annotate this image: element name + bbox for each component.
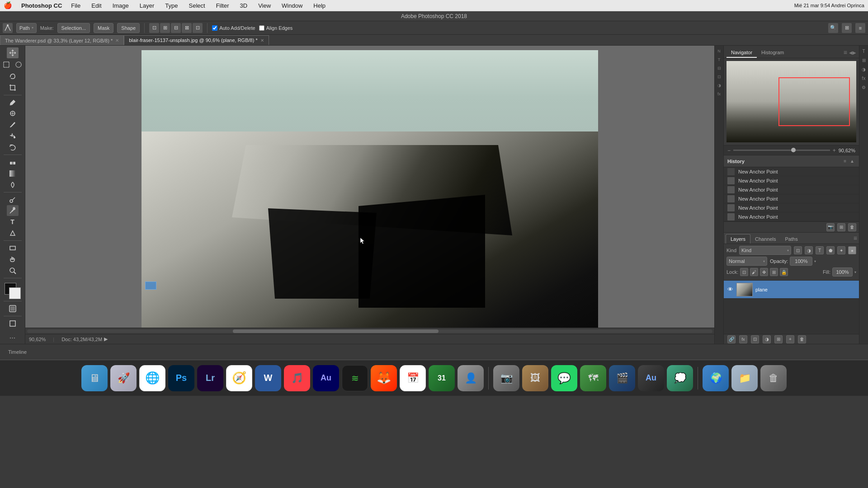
side-icon-1[interactable]: T <box>860 47 868 55</box>
mask-button[interactable]: Mask <box>94 23 113 33</box>
rectangular-marquee-tool[interactable] <box>0 59 12 70</box>
brush-tool[interactable] <box>7 119 19 130</box>
canvas-area[interactable]: RBCO.CN RBCO.CN RBCO.CN <box>25 46 714 344</box>
lock-move-icon[interactable]: ✥ <box>760 268 768 276</box>
menu-filter[interactable]: Filter <box>214 2 231 9</box>
tab-paths[interactable]: Paths <box>781 235 802 244</box>
layer-mask-button[interactable]: ⊡ <box>751 335 759 343</box>
side-icon-5[interactable]: ⚙ <box>860 84 868 91</box>
side-icon-4[interactable]: fx <box>860 75 868 82</box>
background-color[interactable] <box>9 287 21 299</box>
zoom-slider-thumb[interactable] <box>791 148 796 152</box>
history-brush-tool[interactable] <box>7 142 19 153</box>
pen-tool-icon[interactable] <box>3 23 13 33</box>
menu-image[interactable]: Image <box>111 2 131 9</box>
hscroll-thumb[interactable] <box>233 329 439 333</box>
panel-collapse-icon[interactable]: ◀▶ <box>849 50 856 55</box>
dodge-tool[interactable] <box>7 194 19 205</box>
dock-maps[interactable]: 🗺 <box>580 365 606 391</box>
panel-icon-navigator[interactable]: N <box>716 47 723 55</box>
dock-contacts[interactable]: 👤 <box>458 365 484 391</box>
history-item-3[interactable]: New Anchor Point <box>724 194 859 203</box>
dock-messages[interactable]: 💭 <box>667 365 693 391</box>
dock-firefox[interactable]: 🦊 <box>371 365 397 391</box>
dock-safari[interactable]: 🧭 <box>226 365 252 391</box>
dock-calendar[interactable]: 📅 <box>400 365 426 391</box>
panel-icon-styles[interactable]: fx <box>716 90 723 98</box>
dock-photoshop[interactable]: Ps <box>168 365 194 391</box>
move-tool[interactable] <box>7 47 19 58</box>
path-op-subtract[interactable]: ⊟ <box>171 23 181 33</box>
dock-numbers[interactable]: 31 <box>429 365 455 391</box>
menu-view[interactable]: View <box>256 2 273 9</box>
history-collapse-icon[interactable]: ▲ <box>849 158 855 164</box>
dock-chrome[interactable]: 🌐 <box>139 365 165 391</box>
filter-pixel-icon[interactable]: ⊡ <box>794 246 802 254</box>
path-mode-dropdown[interactable]: Path ▾ <box>16 23 37 33</box>
doc-info-arrow[interactable]: ▶ <box>104 336 108 342</box>
kind-filter-dropdown[interactable]: Kind ▾ <box>739 246 791 255</box>
dock-appstore[interactable]: 🌍 <box>703 365 729 391</box>
layer-fx-button[interactable]: fx <box>739 335 747 343</box>
lock-all-icon[interactable]: 🔒 <box>780 268 788 276</box>
elliptical-marquee-tool[interactable] <box>13 59 24 70</box>
zoom-slider[interactable] <box>733 150 830 151</box>
dock-word[interactable]: W <box>255 365 281 391</box>
nav-viewport-rect[interactable] <box>778 77 850 126</box>
panel-icon-properties[interactable]: ⊡ <box>716 73 723 80</box>
panel-icon-adjust[interactable]: ◑ <box>716 82 723 89</box>
dock-waveform[interactable]: ≋ <box>342 365 368 391</box>
zoom-in-icon[interactable]: + <box>833 147 836 154</box>
timeline-tab[interactable]: Timeline <box>5 347 30 357</box>
tab-navigator[interactable]: Navigator <box>726 48 757 58</box>
pen-tool[interactable] <box>7 205 19 216</box>
eraser-tool[interactable] <box>7 157 19 168</box>
dock-audition[interactable]: Au <box>313 365 339 391</box>
extra-tools-button[interactable]: ··· <box>7 332 19 344</box>
path-op-intersect[interactable]: ⊠ <box>182 23 192 33</box>
layer-adjustment-button[interactable]: ◑ <box>763 335 771 343</box>
dock-finder2[interactable]: 📁 <box>731 365 758 391</box>
navigator-preview[interactable] <box>726 61 856 142</box>
dock-logic[interactable]: Au <box>638 365 664 391</box>
filter-smart-icon[interactable]: ✦ <box>837 246 845 254</box>
path-selection-tool[interactable] <box>7 228 19 239</box>
screen-mode-tool[interactable] <box>7 318 19 329</box>
hscroll-track[interactable] <box>27 329 712 333</box>
dock-lightroom[interactable]: Lr <box>197 365 223 391</box>
menu-layer[interactable]: Layer <box>138 2 156 9</box>
lock-paint-icon[interactable]: 🖌 <box>750 268 758 276</box>
history-delete[interactable]: 🗑 <box>848 223 856 231</box>
layer-visibility-plane[interactable]: 👁 <box>726 286 734 293</box>
side-icon-3[interactable]: ◑ <box>860 66 868 73</box>
side-icon-2[interactable]: ⊞ <box>860 56 868 64</box>
search-icon-options[interactable]: 🔍 <box>828 23 838 33</box>
menu-help[interactable]: Help <box>311 2 327 9</box>
path-op-new[interactable]: ⊡ <box>149 23 159 33</box>
menu-window[interactable]: Window <box>280 2 304 9</box>
more-icon[interactable]: ≡ <box>855 23 865 33</box>
layer-item-plane[interactable]: 👁 plane <box>724 281 859 299</box>
tab-channels[interactable]: Channels <box>750 235 780 244</box>
history-item-5[interactable]: New Anchor Point <box>724 212 859 221</box>
menu-edit[interactable]: Edit <box>90 2 103 9</box>
apple-menu[interactable]: 🍎 <box>4 1 12 9</box>
rectangle-shape-tool[interactable] <box>7 243 19 253</box>
history-item-0[interactable]: New Anchor Point <box>724 167 859 176</box>
dock-finder[interactable]: 🖥 <box>81 365 108 391</box>
lock-transparent-icon[interactable]: ⊡ <box>740 268 748 276</box>
align-edges-checkbox[interactable]: Align Edges <box>259 25 293 31</box>
history-header[interactable]: History ≡ ▲ <box>724 155 859 167</box>
healing-brush-tool[interactable] <box>7 108 19 119</box>
tab-close-wanderer[interactable]: ✕ <box>115 38 119 43</box>
tab-wanderer[interactable]: The Wanderer.psd @ 33,3% (Layer 12, RGB/… <box>0 35 124 45</box>
fill-input[interactable]: 100% <box>832 267 853 277</box>
opacity-input[interactable]: 100% <box>790 257 812 266</box>
menu-3d[interactable]: 3D <box>238 2 250 9</box>
dock-photos[interactable]: 📷 <box>493 365 519 391</box>
menu-select[interactable]: Select <box>187 2 207 9</box>
tab-close-blair[interactable]: ✕ <box>260 38 264 43</box>
lock-artboard-icon[interactable]: ⊞ <box>770 268 778 276</box>
lcp-menu-icon[interactable]: ≡ <box>854 235 857 244</box>
history-menu-icon[interactable]: ≡ <box>843 158 847 164</box>
